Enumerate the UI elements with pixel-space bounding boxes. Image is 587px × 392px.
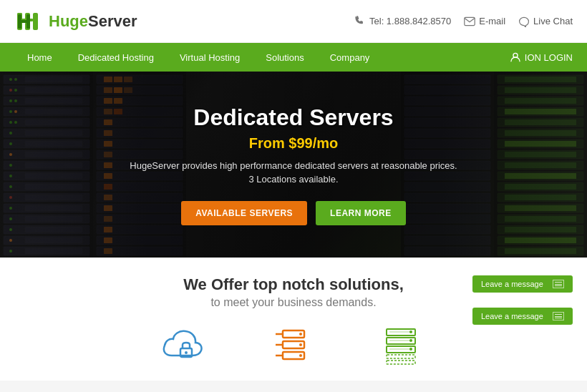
server-icon-wrapper (268, 323, 319, 370)
email-link[interactable]: E-mail (464, 16, 505, 27)
svg-point-164 (185, 351, 188, 354)
email-text: E-mail (479, 16, 505, 26)
svg-rect-177 (387, 355, 415, 358)
svg-point-182 (409, 330, 412, 333)
leave-msg-label-2: Leave a message (481, 312, 543, 320)
leave-msg-label-1: Leave a message (481, 280, 543, 288)
cloud-lock-icon (161, 323, 211, 370)
nav-home[interactable]: Home (14, 43, 65, 72)
leave-message-button-2[interactable]: Leave a message (472, 308, 573, 325)
chat-icon (518, 16, 530, 27)
nav-virtual[interactable]: Virtual Hosting (167, 43, 253, 72)
solutions-section: We Offer top notch solutions, to meet yo… (0, 258, 587, 381)
svg-rect-8 (20, 20, 30, 23)
hero-title: Dedicated Servers (130, 104, 457, 131)
solutions-icons (21, 323, 566, 370)
security-icon-wrapper (161, 323, 211, 370)
svg-rect-4 (33, 13, 38, 30)
hero-desc-line2: 3 Locations available. (248, 174, 338, 185)
livechat-text: Live Chat (533, 16, 573, 26)
phone-icon (354, 16, 366, 27)
available-servers-button[interactable]: AVAILABLE SERVERS (181, 201, 307, 225)
header: HugeServer Tel: 1.888.842.8570 E-mail Li… (0, 0, 587, 43)
tel-link[interactable]: Tel: 1.888.842.8570 (354, 16, 451, 27)
svg-point-171 (299, 333, 302, 335)
message-icon-2 (553, 312, 564, 320)
nav-company[interactable]: Company (317, 43, 383, 72)
logo-text: HugeServer (49, 12, 137, 31)
navbar: Home Dedicated Hosting Virtual Hosting S… (0, 43, 587, 72)
message-icon-1 (553, 280, 564, 288)
livechat-link[interactable]: Live Chat (518, 16, 573, 27)
tel-text: Tel: 1.888.842.8570 (369, 16, 451, 26)
logo-icon (14, 7, 43, 36)
svg-rect-9 (465, 17, 475, 25)
server-db-icon (268, 323, 319, 370)
logo-area: HugeServer (14, 7, 137, 36)
hero-section: Dedicated Servers From $99/mo HugeServer… (0, 72, 587, 258)
nav-solutions[interactable]: Solutions (253, 43, 316, 72)
svg-point-183 (409, 339, 412, 342)
svg-point-184 (409, 348, 412, 351)
network-icon-wrapper (376, 323, 426, 370)
nav-login[interactable]: ION LOGIN (510, 52, 573, 63)
nav-items: Home Dedicated Hosting Virtual Hosting S… (14, 43, 510, 72)
hero-description: HugeServer provides high performance ded… (130, 159, 457, 187)
svg-point-173 (299, 354, 302, 357)
svg-point-172 (299, 343, 302, 346)
learn-more-button[interactable]: LEARN MORE (316, 201, 406, 225)
header-contact: Tel: 1.888.842.8570 E-mail Live Chat (354, 16, 573, 27)
user-icon (510, 52, 520, 62)
hero-subtitle: From $99/mo (130, 135, 457, 152)
hero-buttons: AVAILABLE SERVERS LEARN MORE (130, 201, 457, 225)
login-label: ION LOGIN (525, 52, 573, 63)
hero-content: Dedicated Servers From $99/mo HugeServer… (130, 104, 457, 225)
network-server-icon (376, 323, 426, 370)
hero-desc-line1: HugeServer provides high performance ded… (130, 160, 457, 171)
email-icon (464, 16, 475, 27)
svg-rect-178 (387, 361, 415, 364)
leave-message-button-1[interactable]: Leave a message (472, 275, 573, 293)
nav-dedicated[interactable]: Dedicated Hosting (65, 43, 167, 72)
